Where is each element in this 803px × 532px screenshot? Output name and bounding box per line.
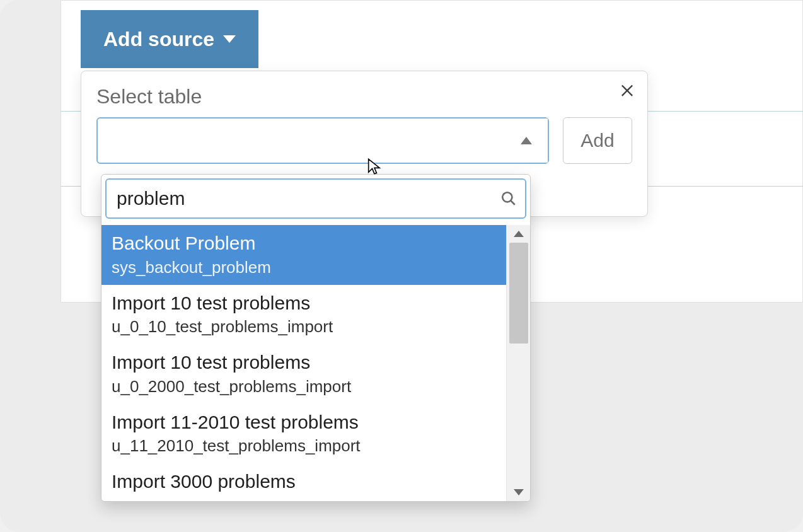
add-source-button[interactable]: Add source	[81, 10, 258, 68]
page-background: Add source Select table Add	[0, 0, 803, 532]
dropdown-option-sublabel: sys_backout_problem	[112, 258, 496, 277]
add-button[interactable]: Add	[563, 117, 632, 164]
dropdown-search-wrap	[101, 175, 530, 225]
table-select[interactable]	[96, 117, 549, 164]
dropdown-option[interactable]: Import 3000 problems	[101, 463, 506, 501]
popover-title: Select table	[96, 85, 632, 108]
caret-down-icon	[223, 35, 236, 43]
dropdown-option-sublabel: u_0_2000_test_problems_import	[112, 377, 496, 396]
svg-point-0	[502, 192, 512, 202]
dropdown-option-label: Import 3000 problems	[112, 470, 496, 494]
scroll-thumb[interactable]	[509, 243, 528, 344]
table-select-toggle[interactable]	[505, 119, 548, 163]
dropdown-scrollbar[interactable]	[506, 225, 530, 501]
dropdown-option-label: Import 10 test problems	[112, 350, 496, 374]
select-row: Add	[96, 117, 632, 164]
caret-up-icon	[521, 137, 532, 144]
dropdown-option-sublabel: u_0_10_test_problems_import	[112, 317, 496, 337]
dropdown-option[interactable]: Backout Problemsys_backout_problem	[101, 225, 506, 285]
dropdown-option-label: Backout Problem	[112, 231, 496, 255]
dropdown-search-input[interactable]	[107, 180, 492, 217]
dropdown-option-label: Import 10 test problems	[112, 291, 496, 315]
dropdown-option-label: Import 11-2010 test problems	[112, 410, 496, 434]
caret-up-icon	[514, 231, 524, 237]
add-source-label: Add source	[103, 28, 214, 51]
close-button[interactable]	[615, 78, 640, 103]
close-icon	[618, 81, 636, 100]
dropdown-option[interactable]: Import 10 test problemsu_0_10_test_probl…	[101, 285, 506, 345]
scroll-track[interactable]	[507, 243, 530, 483]
search-icon	[492, 190, 525, 207]
svg-line-1	[511, 200, 514, 204]
table-select-value	[98, 119, 505, 163]
scroll-up-button[interactable]	[507, 225, 530, 243]
dropdown-option[interactable]: Import 11-2010 test problemsu_11_2010_te…	[101, 404, 506, 464]
dropdown-search-box	[105, 178, 526, 219]
scroll-down-button[interactable]	[507, 483, 530, 501]
dropdown-option-sublabel: u_11_2010_test_problems_import	[112, 436, 496, 456]
caret-down-icon	[514, 489, 524, 495]
dropdown-option[interactable]: Import 10 test problemsu_0_2000_test_pro…	[101, 344, 506, 404]
dropdown-options-region: Backout Problemsys_backout_problemImport…	[101, 225, 530, 501]
table-dropdown: Backout Problemsys_backout_problemImport…	[101, 174, 531, 502]
